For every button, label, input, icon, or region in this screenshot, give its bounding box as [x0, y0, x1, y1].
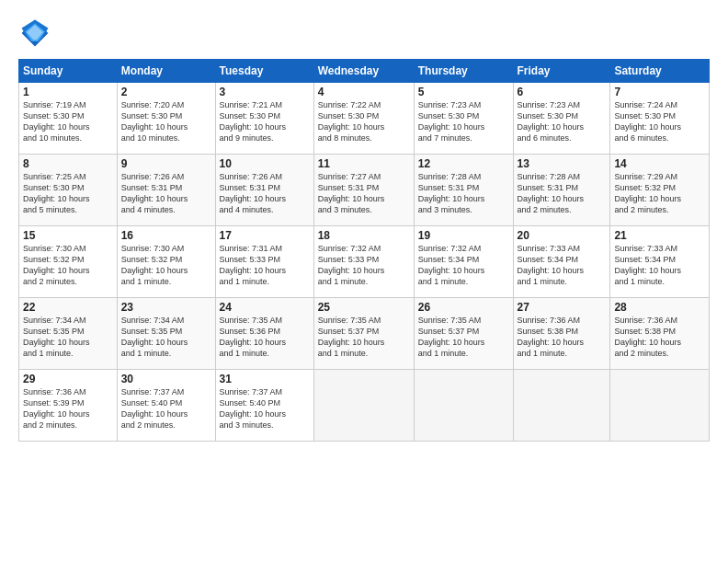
day-cell: 29Sunrise: 7:36 AM Sunset: 5:39 PM Dayli… — [19, 370, 118, 442]
day-cell: 27Sunrise: 7:36 AM Sunset: 5:38 PM Dayli… — [513, 298, 610, 370]
week-row-2: 8Sunrise: 7:25 AM Sunset: 5:30 PM Daylig… — [19, 155, 710, 226]
week-row-5: 29Sunrise: 7:36 AM Sunset: 5:39 PM Dayli… — [19, 370, 710, 442]
day-number: 14 — [614, 157, 705, 170]
header — [18, 17, 710, 50]
day-info: Sunrise: 7:32 AM Sunset: 5:33 PM Dayligh… — [318, 243, 410, 288]
day-info: Sunrise: 7:30 AM Sunset: 5:32 PM Dayligh… — [121, 243, 211, 288]
day-cell: 13Sunrise: 7:28 AM Sunset: 5:31 PM Dayli… — [513, 155, 610, 226]
logo-icon — [18, 17, 51, 50]
day-cell: 26Sunrise: 7:35 AM Sunset: 5:37 PM Dayli… — [414, 298, 513, 370]
day-cell: 16Sunrise: 7:30 AM Sunset: 5:32 PM Dayli… — [117, 226, 215, 298]
day-info: Sunrise: 7:35 AM Sunset: 5:36 PM Dayligh… — [220, 315, 310, 360]
day-info: Sunrise: 7:35 AM Sunset: 5:37 PM Dayligh… — [318, 315, 410, 360]
day-cell: 8Sunrise: 7:25 AM Sunset: 5:30 PM Daylig… — [19, 155, 118, 226]
day-number: 18 — [318, 229, 410, 242]
day-info: Sunrise: 7:19 AM Sunset: 5:30 PM Dayligh… — [23, 99, 113, 144]
day-number: 9 — [121, 157, 211, 170]
day-cell: 25Sunrise: 7:35 AM Sunset: 5:37 PM Dayli… — [313, 298, 414, 370]
day-number: 5 — [418, 86, 509, 98]
day-number: 3 — [220, 86, 310, 98]
day-info: Sunrise: 7:26 AM Sunset: 5:31 PM Dayligh… — [220, 171, 310, 216]
week-row-1: 1Sunrise: 7:19 AM Sunset: 5:30 PM Daylig… — [19, 83, 710, 155]
day-info: Sunrise: 7:33 AM Sunset: 5:34 PM Dayligh… — [518, 243, 607, 288]
day-info: Sunrise: 7:33 AM Sunset: 5:34 PM Dayligh… — [614, 243, 705, 288]
day-number: 1 — [23, 86, 113, 98]
day-cell — [610, 370, 710, 442]
day-cell: 12Sunrise: 7:28 AM Sunset: 5:31 PM Dayli… — [414, 155, 513, 226]
weekday-thursday: Thursday — [414, 60, 513, 83]
day-cell: 2Sunrise: 7:20 AM Sunset: 5:30 PM Daylig… — [117, 83, 215, 155]
day-info: Sunrise: 7:24 AM Sunset: 5:30 PM Dayligh… — [614, 99, 705, 144]
day-number: 23 — [121, 301, 211, 314]
day-info: Sunrise: 7:34 AM Sunset: 5:35 PM Dayligh… — [121, 315, 211, 360]
day-cell: 11Sunrise: 7:27 AM Sunset: 5:31 PM Dayli… — [313, 155, 414, 226]
day-cell: 10Sunrise: 7:26 AM Sunset: 5:31 PM Dayli… — [215, 155, 313, 226]
day-number: 25 — [318, 301, 410, 314]
calendar: SundayMondayTuesdayWednesdayThursdayFrid… — [18, 59, 710, 442]
day-info: Sunrise: 7:32 AM Sunset: 5:34 PM Dayligh… — [418, 243, 509, 288]
day-cell: 1Sunrise: 7:19 AM Sunset: 5:30 PM Daylig… — [19, 83, 118, 155]
day-number: 15 — [23, 229, 113, 242]
day-number: 6 — [518, 86, 607, 98]
weekday-sunday: Sunday — [19, 60, 118, 83]
day-cell: 28Sunrise: 7:36 AM Sunset: 5:38 PM Dayli… — [610, 298, 710, 370]
day-info: Sunrise: 7:36 AM Sunset: 5:38 PM Dayligh… — [614, 315, 705, 360]
page: SundayMondayTuesdayWednesdayThursdayFrid… — [0, 0, 728, 563]
day-number: 22 — [23, 301, 113, 314]
day-number: 24 — [220, 301, 310, 314]
day-info: Sunrise: 7:31 AM Sunset: 5:33 PM Dayligh… — [220, 243, 310, 288]
day-cell: 3Sunrise: 7:21 AM Sunset: 5:30 PM Daylig… — [215, 83, 313, 155]
day-info: Sunrise: 7:22 AM Sunset: 5:30 PM Dayligh… — [318, 99, 410, 144]
day-cell: 21Sunrise: 7:33 AM Sunset: 5:34 PM Dayli… — [610, 226, 710, 298]
day-number: 8 — [23, 157, 113, 170]
day-info: Sunrise: 7:23 AM Sunset: 5:30 PM Dayligh… — [518, 99, 607, 144]
day-cell — [313, 370, 414, 442]
day-info: Sunrise: 7:20 AM Sunset: 5:30 PM Dayligh… — [121, 99, 211, 144]
day-number: 16 — [121, 229, 211, 242]
day-info: Sunrise: 7:36 AM Sunset: 5:39 PM Dayligh… — [23, 386, 113, 431]
day-cell — [414, 370, 513, 442]
day-cell: 19Sunrise: 7:32 AM Sunset: 5:34 PM Dayli… — [414, 226, 513, 298]
day-number: 2 — [121, 86, 211, 98]
day-cell: 15Sunrise: 7:30 AM Sunset: 5:32 PM Dayli… — [19, 226, 118, 298]
day-number: 28 — [614, 301, 705, 314]
day-cell: 14Sunrise: 7:29 AM Sunset: 5:32 PM Dayli… — [610, 155, 710, 226]
day-info: Sunrise: 7:29 AM Sunset: 5:32 PM Dayligh… — [614, 171, 705, 216]
day-cell: 31Sunrise: 7:37 AM Sunset: 5:40 PM Dayli… — [215, 370, 313, 442]
day-info: Sunrise: 7:37 AM Sunset: 5:40 PM Dayligh… — [220, 386, 310, 431]
day-info: Sunrise: 7:37 AM Sunset: 5:40 PM Dayligh… — [121, 386, 211, 431]
day-info: Sunrise: 7:30 AM Sunset: 5:32 PM Dayligh… — [23, 243, 113, 288]
day-info: Sunrise: 7:27 AM Sunset: 5:31 PM Dayligh… — [318, 171, 410, 216]
day-info: Sunrise: 7:36 AM Sunset: 5:38 PM Dayligh… — [518, 315, 607, 360]
day-info: Sunrise: 7:34 AM Sunset: 5:35 PM Dayligh… — [23, 315, 113, 360]
day-info: Sunrise: 7:23 AM Sunset: 5:30 PM Dayligh… — [418, 99, 509, 144]
day-cell: 17Sunrise: 7:31 AM Sunset: 5:33 PM Dayli… — [215, 226, 313, 298]
day-cell: 9Sunrise: 7:26 AM Sunset: 5:31 PM Daylig… — [117, 155, 215, 226]
week-row-4: 22Sunrise: 7:34 AM Sunset: 5:35 PM Dayli… — [19, 298, 710, 370]
weekday-wednesday: Wednesday — [313, 60, 414, 83]
day-number: 29 — [23, 373, 113, 385]
day-number: 12 — [418, 157, 509, 170]
day-number: 30 — [121, 373, 211, 385]
day-number: 13 — [518, 157, 607, 170]
weekday-header-row: SundayMondayTuesdayWednesdayThursdayFrid… — [19, 60, 710, 83]
logo — [18, 17, 55, 50]
day-info: Sunrise: 7:26 AM Sunset: 5:31 PM Dayligh… — [121, 171, 211, 216]
weekday-monday: Monday — [117, 60, 215, 83]
day-cell: 23Sunrise: 7:34 AM Sunset: 5:35 PM Dayli… — [117, 298, 215, 370]
day-number: 21 — [614, 229, 705, 242]
day-number: 20 — [518, 229, 607, 242]
day-cell: 4Sunrise: 7:22 AM Sunset: 5:30 PM Daylig… — [313, 83, 414, 155]
day-cell: 6Sunrise: 7:23 AM Sunset: 5:30 PM Daylig… — [513, 83, 610, 155]
day-number: 17 — [220, 229, 310, 242]
day-number: 27 — [518, 301, 607, 314]
day-cell: 22Sunrise: 7:34 AM Sunset: 5:35 PM Dayli… — [19, 298, 118, 370]
day-cell: 30Sunrise: 7:37 AM Sunset: 5:40 PM Dayli… — [117, 370, 215, 442]
day-cell: 18Sunrise: 7:32 AM Sunset: 5:33 PM Dayli… — [313, 226, 414, 298]
day-number: 4 — [318, 86, 410, 98]
day-cell — [513, 370, 610, 442]
day-info: Sunrise: 7:28 AM Sunset: 5:31 PM Dayligh… — [518, 171, 607, 216]
weekday-friday: Friday — [513, 60, 610, 83]
day-info: Sunrise: 7:21 AM Sunset: 5:30 PM Dayligh… — [220, 99, 310, 144]
day-number: 19 — [418, 229, 509, 242]
